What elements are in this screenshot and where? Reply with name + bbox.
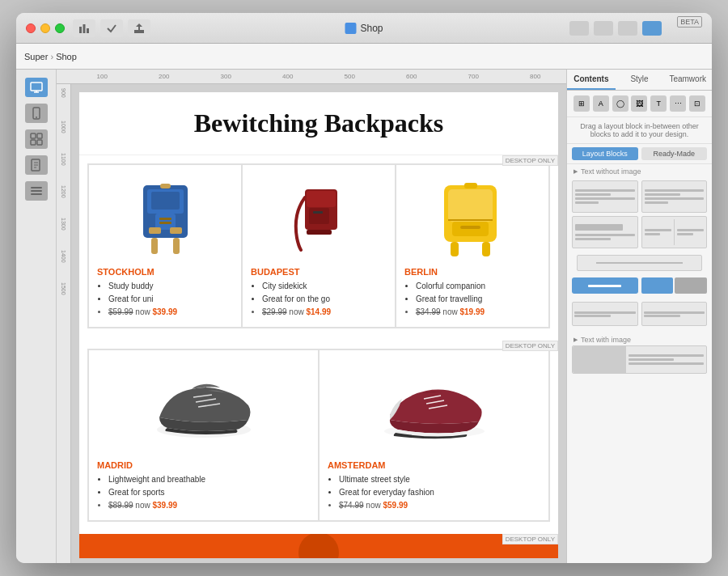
product-info-stockholm: STOCKHOLM Study buddy Great for uni $59.… (97, 262, 233, 319)
app-icon (345, 23, 356, 34)
toolbar-icon-share[interactable] (128, 19, 150, 37)
panel-icon-grid[interactable]: ⊡ (689, 95, 705, 112)
new-price: $19.99 (460, 307, 485, 316)
svg-rect-3 (134, 30, 144, 33)
ruler-v-mark: 1400 (61, 250, 66, 282)
product-price-madrid: $89.99 now $39.99 (108, 499, 310, 512)
layout-block-text-2[interactable] (641, 180, 708, 213)
beta-badge: BETA (677, 16, 702, 28)
svg-rect-27 (173, 238, 180, 254)
minimize-button[interactable] (40, 23, 50, 33)
old-price: $29.99 (262, 307, 287, 316)
preview-line (629, 362, 704, 365)
panel-icon-layout[interactable]: ⊞ (574, 95, 590, 112)
svg-rect-30 (170, 227, 182, 234)
svg-rect-34 (313, 211, 323, 214)
panel-icon-more[interactable]: ⋯ (670, 95, 686, 112)
preview-line (575, 197, 635, 200)
svg-rect-19 (31, 193, 42, 195)
section-text-with-image: Text with image (567, 332, 712, 345)
breadcrumb-parent[interactable]: Super (24, 52, 48, 61)
preview-line (575, 238, 611, 240)
feature-item: Ultimate street style (339, 473, 540, 486)
product-cell-amsterdam[interactable]: AMSTERDAM Ultimate street style Great fo… (319, 349, 549, 521)
product-features-budapest: City sidekick Great for on the go $29.99… (251, 280, 387, 319)
cloud-icon[interactable] (569, 21, 589, 36)
product-info-amsterdam: AMSTERDAM Ultimate street style Great fo… (328, 455, 540, 512)
layout-block-text-3[interactable] (572, 216, 638, 248)
layout-block-small-2[interactable] (641, 302, 708, 326)
svg-rect-4 (31, 83, 42, 91)
image-block-preview[interactable] (572, 345, 707, 374)
product-image-stockholm (97, 173, 233, 262)
toggle-ready-made[interactable]: Ready-Made (641, 147, 708, 160)
maximize-button[interactable] (55, 23, 65, 33)
page-header-block[interactable]: Bewitching Backpacks (79, 92, 558, 155)
layout-block-text-1[interactable] (572, 180, 638, 213)
svg-rect-32 (307, 191, 336, 207)
svg-rect-10 (37, 133, 42, 138)
traffic-lights (26, 23, 65, 33)
orange-footer (79, 534, 558, 558)
preview-line (645, 197, 705, 200)
preview-line (644, 311, 705, 314)
tab-style[interactable]: Style (616, 70, 664, 90)
breadcrumb-current[interactable]: Shop (56, 52, 77, 61)
toolbar-icon-check[interactable] (100, 19, 123, 37)
svg-rect-40 (451, 242, 459, 256)
product-features-stockholm: Study buddy Great for uni $59.99 now $39… (97, 280, 233, 319)
product-image-madrid (97, 358, 310, 455)
add-block-icon[interactable] (594, 21, 613, 36)
layout-icon[interactable] (618, 21, 637, 36)
product-cell-budapest[interactable]: BUDAPEST City sidekick Great for on the … (242, 164, 396, 328)
preview-line (677, 229, 704, 231)
layout-block-small-1[interactable] (572, 302, 638, 326)
button-block-row (567, 274, 712, 297)
layout-block-text-4[interactable] (641, 216, 708, 248)
ruler-v-mark: 1300 (61, 218, 66, 250)
sidebar-item-pages[interactable] (25, 155, 48, 175)
preview-line (575, 234, 635, 236)
layout-toggle: Layout Blocks Ready-Made (567, 144, 712, 164)
button-preview-2a[interactable] (641, 277, 674, 294)
product-image-amsterdam (328, 358, 540, 455)
window-title: Shop (360, 23, 383, 34)
feature-item: Lightweight and breathable (108, 473, 310, 486)
tab-teamwork[interactable]: Teamwork (663, 70, 712, 90)
toggle-layout-blocks[interactable]: Layout Blocks (572, 147, 638, 160)
product-cell-madrid[interactable]: MADRID Lightweight and breathable Great … (88, 349, 319, 521)
sidebar-item-mobile[interactable] (25, 104, 48, 123)
product-image-budapest (251, 173, 387, 262)
preview-icon[interactable] (642, 21, 662, 36)
vertical-ruler: 900 1000 1100 1200 1300 1400 1500 (57, 84, 71, 563)
separator-preview[interactable] (577, 255, 702, 271)
svg-rect-29 (149, 227, 161, 234)
sidebar-item-desktop[interactable] (25, 78, 48, 97)
sidebar-item-blocks[interactable] (25, 129, 48, 149)
product-cell-berlin[interactable]: BERLIN Colorful companion Great for trav… (396, 164, 549, 328)
product-cell-stockholm[interactable]: STOCKHOLM Study buddy Great for uni $59.… (88, 164, 242, 328)
panel-icon-text[interactable]: A (593, 95, 609, 112)
product-info-madrid: MADRID Lightweight and breathable Great … (97, 455, 310, 512)
ruler-mark: 700 (442, 73, 505, 80)
feature-item: Great for travelling (416, 293, 540, 306)
sidebar-item-settings[interactable] (25, 181, 48, 201)
toolbar-icon-chart[interactable] (73, 19, 95, 37)
horizontal-ruler: 100 200 300 400 500 600 700 800 (57, 70, 566, 84)
panel-icon-shape[interactable]: ◯ (612, 95, 629, 112)
tab-contents[interactable]: Contents (567, 70, 616, 90)
svg-rect-12 (37, 140, 42, 145)
ruler-v-mark: 900 (61, 88, 66, 121)
canvas-content[interactable]: Bewitching Backpacks DESKTOP ONLY (71, 84, 566, 563)
preview-line (645, 193, 680, 196)
ruler-mark: 500 (319, 73, 381, 80)
panel-icon-type[interactable]: T (650, 95, 667, 112)
desktop-only-badge-2: DESKTOP ONLY (502, 341, 558, 351)
button-preview-1[interactable] (572, 277, 638, 294)
button-preview-2b[interactable] (675, 277, 707, 294)
preview-line (575, 201, 599, 204)
panel-icon-image[interactable]: 🖼 (631, 95, 647, 112)
preview-line (645, 233, 661, 235)
close-button[interactable] (26, 23, 36, 33)
svg-rect-35 (307, 230, 332, 235)
